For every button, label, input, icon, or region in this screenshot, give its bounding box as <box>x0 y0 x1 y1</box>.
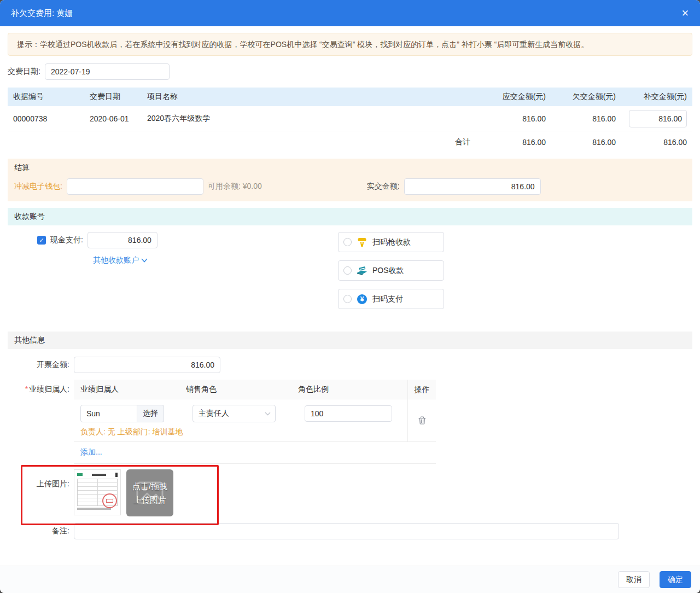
col-project: 项目名称 <box>147 92 475 102</box>
col-pay-date: 交费日期 <box>90 92 147 102</box>
other-info-title: 其他信息 <box>14 335 45 345</box>
performance-table-row: 选择 主责任人 负责人: 无 上级部门: 培训基地 <box>74 399 436 442</box>
table-row: 00000738 2020-06-01 2020春六年级数学 816.00 81… <box>8 106 692 131</box>
dialog-body: 提示：学校通过POS机收款后，若在系统中没有找到对应的收据，学校可在POS机中选… <box>0 26 700 566</box>
pos-tip-banner: 提示：学校通过POS机收款后，若在系统中没有找到对应的收据，学校可在POS机中选… <box>8 33 692 56</box>
pos-machine-icon <box>356 265 368 276</box>
payment-account-section-header: 收款账号 <box>8 208 692 225</box>
cash-payment-row: ✓ 现金支付: <box>37 232 338 248</box>
cell-receipt-no: 00000738 <box>8 114 90 123</box>
cash-label: 现金支付: <box>50 235 83 245</box>
actual-amount-input[interactable] <box>404 178 541 195</box>
add-owner-link[interactable]: 添加... <box>80 447 102 456</box>
col-due-amount: 应交金额(元) <box>475 92 546 102</box>
sales-role-value: 主责任人 <box>199 409 229 418</box>
receipt-footer-line <box>77 508 111 510</box>
cell-due-amount: 816.00 <box>475 114 546 123</box>
other-accounts-link[interactable]: 其他收款账户 <box>93 255 148 265</box>
scan-pay-radio[interactable] <box>343 295 352 303</box>
receipt-table-header: 收据编号 交费日期 项目名称 应交金额(元) 欠交金额(元) 补交金额(元) <box>8 88 692 106</box>
repay-fee-dialog: 补欠交费用: 黄姗 ✕ 提示：学校通过POS机收款后，若在系统中没有找到对应的收… <box>0 0 700 593</box>
performance-owner-label: *业绩归属人: <box>8 380 69 394</box>
cash-payment-block: ✓ 现金支付: 其他收款账户 <box>8 232 338 317</box>
col-receipt-no: 收据编号 <box>8 92 90 102</box>
chevron-down-icon <box>265 412 271 416</box>
col-repay-amount: 补交金额(元) <box>616 92 692 102</box>
dialog-footer: 取消 确定 <box>0 566 700 593</box>
performance-table-header: 业绩归属人 销售角色 角色比例 操作 <box>74 380 436 399</box>
scan-pay-label: 扫码支付 <box>372 294 403 304</box>
col-owed-amount: 欠交金额(元) <box>546 92 616 102</box>
upload-text-line1: 点击/拖拽 <box>132 479 167 493</box>
owner-input-group: 选择 <box>80 405 186 422</box>
performance-table: 业绩归属人 销售角色 角色比例 操作 选择 主责任人 <box>74 380 436 464</box>
wallet-balance-text: 可用余额: ¥0.00 <box>208 182 262 191</box>
confirm-button[interactable]: 确定 <box>660 571 691 588</box>
cancel-button[interactable]: 取消 <box>618 571 650 588</box>
total-repay: 816.00 <box>616 138 692 147</box>
performance-owner-row: *业绩归属人: 业绩归属人 销售角色 角色比例 操作 选择 <box>8 380 692 464</box>
other-accounts-label: 其他收款账户 <box>93 255 139 265</box>
chevron-down-icon <box>141 258 148 263</box>
cell-owed-amount: 816.00 <box>546 114 616 123</box>
uploaded-receipt-thumbnail[interactable] <box>74 469 121 515</box>
payment-options: 扫码枪收款 POS收款 ¥ 扫码支付 <box>338 232 444 317</box>
col-actions: 操作 <box>407 380 436 399</box>
owner-select-button[interactable]: 选择 <box>137 405 164 422</box>
repay-amount-input[interactable] <box>629 110 687 127</box>
close-icon[interactable]: ✕ <box>681 8 689 19</box>
col-owner: 业绩归属人 <box>74 385 186 394</box>
payment-account-title: 收款账号 <box>14 212 45 222</box>
delete-row-icon[interactable] <box>418 416 427 425</box>
wallet-deduct-label: 冲减电子钱包: <box>14 182 62 191</box>
pos-radio[interactable] <box>343 266 352 275</box>
invoice-amount-input[interactable] <box>74 357 220 373</box>
role-ratio-input[interactable] <box>305 405 392 422</box>
receipt-red-stamp <box>102 493 117 508</box>
total-label: 合计 <box>147 137 475 147</box>
cell-project: 2020春六年级数学 <box>147 114 475 124</box>
total-owed: 816.00 <box>546 138 616 147</box>
owner-input[interactable] <box>80 405 137 422</box>
col-role-ratio: 角色比例 <box>298 385 407 394</box>
upload-image-row: 上传图片: 点击/拖拽 上传图片 <box>8 469 692 516</box>
scanner-gun-icon <box>356 237 368 248</box>
settlement-title: 结算 <box>14 163 686 173</box>
row-actions-cell <box>407 399 436 441</box>
other-info-section-header: 其他信息 <box>8 332 692 349</box>
cell-pay-date: 2020-06-01 <box>90 114 147 123</box>
remark-label: 备注: <box>8 526 69 536</box>
col-sales-role: 销售角色 <box>186 385 298 394</box>
dialog-title: 补欠交费用: 黄姗 <box>11 8 73 19</box>
actual-amount-label: 实交金额: <box>367 182 400 191</box>
remark-input[interactable] <box>74 523 619 539</box>
total-due: 816.00 <box>475 138 546 147</box>
settlement-section: 结算 冲减电子钱包: 可用余额: ¥0.00 实交金额: <box>8 159 692 201</box>
upload-text-line2: 上传图片 <box>133 493 166 507</box>
option-pos[interactable]: POS收款 <box>338 260 444 281</box>
upload-image-label: 上传图片: <box>8 469 69 489</box>
option-scan-gun[interactable]: 扫码枪收款 <box>338 232 444 252</box>
invoice-amount-row: 开票金额: <box>8 357 692 373</box>
wallet-deduct-input[interactable] <box>67 178 203 195</box>
settlement-fields: 冲减电子钱包: 可用余额: ¥0.00 实交金额: <box>14 178 686 195</box>
scan-gun-label: 扫码枪收款 <box>372 237 411 247</box>
cash-amount-input[interactable] <box>88 232 158 248</box>
pay-date-label: 交费日期: <box>8 67 40 77</box>
option-scan-pay[interactable]: ¥ 扫码支付 <box>338 289 444 309</box>
yuan-circle-icon: ¥ <box>356 294 368 305</box>
cash-checkbox[interactable]: ✓ <box>37 236 46 245</box>
receipt-logo <box>77 473 83 476</box>
pos-label: POS收款 <box>372 266 404 276</box>
scan-gun-radio[interactable] <box>343 238 352 246</box>
sales-role-select[interactable]: 主责任人 <box>192 405 276 422</box>
owner-department-note: 负责人: 无 上级部门: 培训基地 <box>80 427 407 437</box>
pay-date-row: 交费日期: <box>8 63 692 80</box>
dialog-header: 补欠交费用: 黄姗 ✕ <box>0 0 700 26</box>
performance-add-row: 添加... <box>74 442 436 464</box>
receipt-barcode <box>115 473 118 477</box>
receipt-title-bar <box>92 474 106 476</box>
invoice-amount-label: 开票金额: <box>8 360 69 370</box>
pay-date-input[interactable] <box>45 63 170 80</box>
upload-image-button[interactable]: 点击/拖拽 上传图片 <box>126 469 173 516</box>
